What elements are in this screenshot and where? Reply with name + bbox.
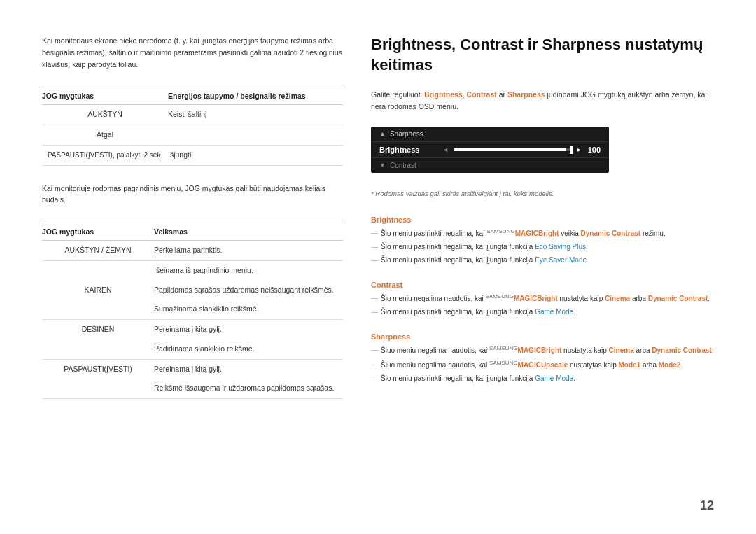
osd-value: 100	[588, 146, 601, 154]
osd-sharpness-row: ▲ Sharpness	[371, 127, 609, 141]
bullet-dash: —	[371, 293, 381, 304]
brightness-section: Brightness — Šio meniu pasirinkti negali…	[371, 216, 714, 268]
table-row: Atgal	[42, 125, 343, 146]
t2-key: DEŠINĖN	[42, 324, 154, 335]
osd-widget: ▲ Sharpness Brightness ◄ ► 100 ▼ Contras…	[371, 127, 609, 173]
brightness-link: Brightness	[424, 90, 463, 99]
page-title: Brightness, Contrast ir Sharpness nustat…	[371, 35, 714, 75]
bullet-text: Šio meniu pasirinkti negalima, kai SAMSU…	[381, 227, 666, 239]
table-row: PASPAUSTI(ĮVESTI) Pereinama į kitą gylį.	[42, 360, 343, 379]
t2-key: PASPAUSTI(ĮVESTI)	[42, 364, 154, 375]
info-bullet: — Šiuo meniu negalima naudotis, kai SAMS…	[371, 344, 714, 356]
table2-header-col2: Veiksmas	[154, 227, 188, 236]
info-bullet: — Šio meniu pasirinkti negalima, kai įju…	[371, 307, 714, 318]
bullet-text: Šio meniu pasirinkti negalima, kai įjung…	[381, 255, 589, 266]
bullet-dash: —	[371, 255, 381, 266]
table-row: Išeinama iš pagrindinio meniu.	[42, 261, 343, 281]
table2-header: JOG mygtukas Veiksmas	[42, 223, 343, 241]
bullet-dash: —	[371, 373, 381, 384]
t2-val: Perkeliama parinktis.	[154, 245, 222, 256]
info-bullet: — Šiuo meniu negalima naudotis, kai SAMS…	[371, 359, 714, 371]
page-number: 12	[700, 498, 714, 513]
table-row: KAIRĖN Papildomas sąrašas uždaromas neiš…	[42, 281, 343, 300]
table1-header-col2: Energijos taupymo / besignalis režimas	[168, 92, 306, 100]
t2-key: AUKŠTYN / ŽEMYN	[42, 245, 154, 256]
table1-header-col1: JOG mygtukas	[42, 92, 168, 100]
bullet-dash: —	[371, 307, 381, 318]
table1: JOG mygtukas Energijos taupymo / besigna…	[42, 87, 343, 165]
table1-header: JOG mygtukas Energijos taupymo / besigna…	[42, 87, 343, 105]
right-column: Brightness, Contrast ir Sharpness nustat…	[371, 35, 714, 506]
table1-cell-key: AUKŠTYN	[42, 109, 168, 120]
bullet-dash: —	[371, 227, 381, 239]
t2-val: Sumažinama slankiklio reikšmė.	[154, 304, 258, 315]
t2-val: Pereinama į kitą gylį.	[154, 364, 222, 375]
sharpness-section: Sharpness — Šiuo meniu negalima naudotis…	[371, 332, 714, 386]
bullet-dash: —	[371, 344, 381, 356]
brightness-title: Brightness	[371, 216, 714, 224]
table-row: AUKŠTYN / ŽEMYN Perkeliama parinktis.	[42, 241, 343, 261]
bullet-text: Šio meniu negalima naudotis, kai SAMSUNG…	[381, 293, 710, 304]
contrast-link: Contrast	[467, 90, 497, 99]
t2-val: Papildomas sąrašas uždaromas neišsaugant…	[154, 285, 334, 296]
t2-val: Išeinama iš pagrindinio meniu.	[154, 265, 253, 276]
osd-slider-fill	[454, 148, 566, 151]
bullet-dash: —	[371, 241, 381, 253]
bullet-text: Šio meniu pasirinkti negalima, kai įjung…	[381, 307, 575, 318]
table1-cell-key: Atgal	[42, 129, 168, 141]
table-row: AUKŠTYN Keisti šaltinį	[42, 105, 343, 125]
info-bullet: — Šio meniu pasirinkti negalima, kai įju…	[371, 373, 714, 384]
info-bullet: — Šio meniu pasirinkti negalima, kai SAM…	[371, 227, 714, 239]
t2-key: KAIRĖN	[42, 285, 154, 296]
osd-slider-thumb	[570, 146, 573, 154]
osd-slider-track	[454, 148, 570, 151]
left-column: Kai monitoriaus ekrane nieko nerodoma (t…	[42, 35, 343, 506]
t2-val: Pereinama į kitą gylį.	[154, 324, 222, 335]
table-row: Padidinama slankiklio reikšmė.	[42, 339, 343, 360]
arrow-left-icon: ◄	[442, 146, 449, 153]
osd-brightness-label: Brightness	[379, 146, 442, 154]
osd-brightness-row: Brightness ◄ ► 100	[371, 141, 609, 158]
osd-sharpness-label: Sharpness	[390, 130, 424, 138]
chevron-up-icon: ▲	[379, 130, 386, 137]
intro-text: Kai monitoriaus ekrane nieko nerodoma (t…	[42, 35, 343, 70]
table2-header-col1: JOG mygtukas	[42, 227, 154, 236]
bullet-text: Šio meniu pasirinkti negalima, kai įjung…	[381, 241, 588, 253]
osd-note: * Rodomas vaizdas gali skirtis atsižvelg…	[371, 190, 714, 197]
sharpness-title: Sharpness	[371, 332, 714, 341]
table1-cell-key: PASPAUSTI(ĮVESTI), palaikyti 2 sek.	[42, 150, 168, 160]
table1-cell-val: Išjungti	[168, 150, 191, 161]
t2-val: Padidinama slankiklio reikšmė.	[154, 344, 255, 355]
table-row: Reikšmė išsaugoma ir uždaromas papildoma…	[42, 379, 343, 399]
table2: JOG mygtukas Veiksmas AUKŠTYN / ŽEMYN Pe…	[42, 223, 343, 399]
bullet-text: Šiuo meniu negalima naudotis, kai SAMSUN…	[381, 344, 714, 356]
bullet-text: Šio meniu pasirinkti negalima, kai įjung…	[381, 373, 575, 384]
info-bullet: — Šio meniu negalima naudotis, kai SAMSU…	[371, 293, 714, 304]
info-bullet: — Šio meniu pasirinkti negalima, kai įju…	[371, 255, 714, 266]
t2-val: Reikšmė išsaugoma ir uždaromas papildoma…	[154, 383, 334, 394]
table-row: Sumažinama slankiklio reikšmė.	[42, 300, 343, 320]
sharpness-link: Sharpness	[507, 90, 545, 99]
contrast-title: Contrast	[371, 281, 714, 289]
contrast-section: Contrast — Šio meniu negalima naudotis, …	[371, 281, 714, 320]
osd-contrast-row: ▼ Contrast	[371, 158, 609, 173]
mid-intro: Kai monitoriuje rodomas pagrindinis meni…	[42, 183, 343, 206]
right-intro: Galite reguliuoti Brightness, Contrast a…	[371, 89, 714, 113]
table-row: PASPAUSTI(ĮVESTI), palaikyti 2 sek. Išju…	[42, 146, 343, 166]
table-row: DEŠINĖN Pereinama į kitą gylį.	[42, 320, 343, 339]
table1-cell-val: Keisti šaltinį	[168, 109, 206, 120]
chevron-down-icon: ▼	[379, 162, 386, 169]
osd-contrast-label: Contrast	[390, 162, 416, 169]
info-bullet: — Šio meniu pasirinkti negalima, kai įju…	[371, 241, 714, 253]
bullet-dash: —	[371, 359, 381, 370]
arrow-right-icon: ►	[576, 146, 582, 153]
bullet-text: Šiuo meniu negalima naudotis, kai SAMSUN…	[381, 359, 682, 371]
